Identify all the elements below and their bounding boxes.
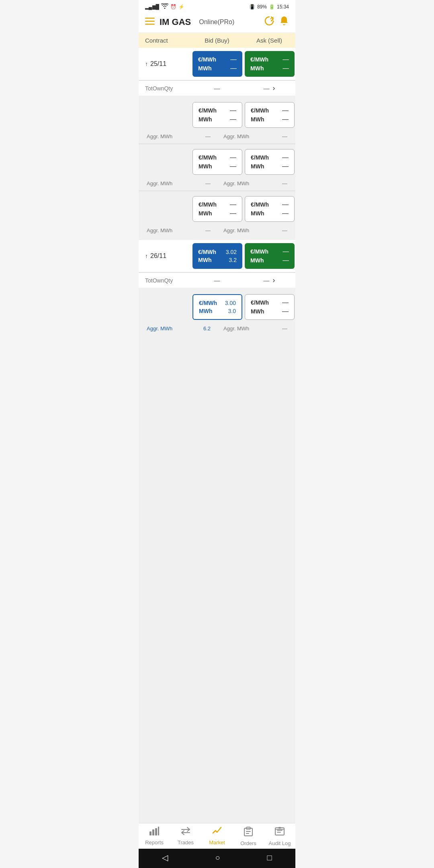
notification-bell-icon[interactable] xyxy=(279,16,289,29)
bid-qty-row-26-11: MWh 3.2 xyxy=(198,257,237,263)
status-right: 📳 89% 🔋 15:34 xyxy=(249,4,289,10)
svg-rect-14 xyxy=(278,827,281,829)
back-button[interactable]: ◁ xyxy=(162,853,168,862)
battery-level: 89% xyxy=(257,4,267,10)
sub-ask-cell-3-25-11[interactable]: €/MWh — MWh — xyxy=(245,196,295,222)
refresh-icon[interactable] xyxy=(264,16,274,29)
nav-market-label: Market xyxy=(209,839,225,845)
trades-icon xyxy=(181,827,190,838)
sub-ask-qty-row-1: MWh — xyxy=(251,116,289,123)
bottom-nav: Reports Trades Market Orders xyxy=(139,823,295,849)
totownqty-nav-arrow-25-11[interactable]: › xyxy=(273,84,275,92)
bid-qty-value-25-11: — xyxy=(230,65,237,72)
sub-row-1-25-11: €/MWh — MWh — €/MWh — MWh — xyxy=(139,99,295,131)
contract-col-header: Contract xyxy=(139,37,191,44)
system-nav-bar: ◁ ○ □ xyxy=(139,849,295,868)
aggr-row-1-26-11: Aggr. MWh 6.2 Aggr. MWh — xyxy=(139,323,295,334)
connection-status: Online(PRo) xyxy=(199,18,259,26)
aggr-val-ask-1: — xyxy=(282,133,287,139)
nav-trades-label: Trades xyxy=(178,839,194,845)
totownqty-bid-25-11: — xyxy=(191,85,243,92)
sub-ask-cell-1-26-11[interactable]: €/MWh — MWh — xyxy=(245,294,295,320)
sub-bid-cell-2-25-11[interactable]: €/MWh — MWh — xyxy=(192,149,242,175)
ask-qty-row-26-11: MWh — xyxy=(250,257,289,264)
aggr-label-bid-1: Aggr. MWh xyxy=(147,133,172,139)
aggr-row-1-25-11: Aggr. MWh — Aggr. MWh — xyxy=(139,131,295,142)
bid-price-label-26-11: €/MWh xyxy=(198,249,216,255)
totownqty-row-25-11: TotOwnQty — — › xyxy=(139,80,295,96)
totownqty-label: TotOwnQty xyxy=(139,85,191,92)
sub-bid-cell-1-25-11[interactable]: €/MWh — MWh — xyxy=(192,102,242,128)
bid-cell-25-11[interactable]: €/MWh — MWh — xyxy=(192,51,242,77)
contract-label-26-11: ↑ 26/11 xyxy=(139,242,191,270)
nav-orders[interactable]: Orders xyxy=(233,827,264,846)
aggr-ask-1: Aggr. MWh — xyxy=(218,133,293,140)
bid-price-label-25-11: €/MWh xyxy=(198,56,216,63)
bid-qty-value-26-11: 3.2 xyxy=(229,257,237,263)
ask-cell-25-11[interactable]: €/MWh — MWh — xyxy=(245,51,295,77)
totownqty-ask-25-11[interactable]: — › xyxy=(243,84,295,92)
totownqty-nav-arrow-26-11[interactable]: › xyxy=(273,276,275,285)
nav-auditlog[interactable]: Audit Log xyxy=(264,827,295,846)
header: IM GAS Online(PRo) xyxy=(139,12,295,33)
aggr-row-3-25-11: Aggr. MWh — Aggr. MWh — xyxy=(139,225,295,236)
contract-section-25-11: ↑ 25/11 €/MWh — MWh — €/MWh — M xyxy=(139,48,295,96)
nav-auditlog-label: Audit Log xyxy=(269,840,291,846)
ask-cell-26-11[interactable]: €/MWh — MWh — xyxy=(245,243,295,269)
sub-row-2-25-11: €/MWh — MWh — €/MWh — MWh — xyxy=(139,146,295,178)
sub-bid-cell-3-25-11[interactable]: €/MWh — MWh — xyxy=(192,196,242,222)
totownqty-label-26-11: TotOwnQty xyxy=(139,277,191,284)
aggr-label-bid-26-11: Aggr. MWh xyxy=(147,326,172,332)
status-left: ▂▄▆█ ⏰ ⚡ xyxy=(145,3,184,10)
sub-section-26-11-1: €/MWh 3.00 MWh 3.0 €/MWh — MWh — xyxy=(139,289,295,336)
home-button[interactable]: ○ xyxy=(215,853,220,862)
sub-bid-cell-1-26-11[interactable]: €/MWh 3.00 MWh 3.0 xyxy=(192,294,242,320)
ask-price-label-26-11: €/MWh xyxy=(250,248,268,255)
totownqty-row-26-11: TotOwnQty — — › xyxy=(139,272,295,288)
svg-rect-6 xyxy=(158,827,159,835)
svg-rect-0 xyxy=(145,18,155,19)
sub-ask-cell-2-25-11[interactable]: €/MWh — MWh — xyxy=(245,149,295,175)
reports-icon xyxy=(149,827,159,838)
svg-rect-13 xyxy=(277,832,281,833)
auditlog-icon xyxy=(275,827,285,839)
nav-trades[interactable]: Trades xyxy=(170,827,201,846)
contract-arrow-26-11: ↑ xyxy=(145,253,148,259)
ask-qty-label-25-11: MWh xyxy=(250,65,264,72)
aggr-label-ask-26-11: Aggr. MWh xyxy=(223,326,249,332)
aggr-ask-1-26-11: Aggr. MWh — xyxy=(218,325,293,332)
bid-cell-26-11[interactable]: €/MWh 3.02 MWh 3.2 xyxy=(192,243,242,269)
totownqty-ask-val-25-11: — xyxy=(264,85,270,92)
bid-col-header: Bid (Buy) xyxy=(191,37,243,44)
bid-qty-label-26-11: MWh xyxy=(198,257,211,263)
ask-price-value-26-11: — xyxy=(283,248,289,255)
svg-rect-12 xyxy=(277,830,283,831)
nav-orders-label: Orders xyxy=(240,840,256,846)
main-content: ↑ 25/11 €/MWh — MWh — €/MWh — M xyxy=(139,48,295,823)
status-bar: ▂▄▆█ ⏰ ⚡ 📳 89% 🔋 15:34 xyxy=(139,0,295,12)
svg-rect-1 xyxy=(145,21,155,22)
ask-price-value-25-11: — xyxy=(283,56,289,63)
usb-icon: ⚡ xyxy=(178,4,184,10)
wifi-icon xyxy=(161,3,168,10)
bid-qty-label-25-11: MWh xyxy=(198,65,211,72)
sub-ask-cell-1-25-11[interactable]: €/MWh — MWh — xyxy=(245,102,295,128)
nav-reports[interactable]: Reports xyxy=(139,827,170,846)
sub-section-3: €/MWh — MWh — €/MWh — MWh — xyxy=(139,190,295,237)
recents-button[interactable]: □ xyxy=(267,853,272,862)
contract-row-26-11: ↑ 26/11 €/MWh 3.02 MWh 3.2 €/MWh — xyxy=(139,240,295,272)
nav-market[interactable]: Market xyxy=(201,827,233,846)
ask-price-row-25-11: €/MWh — xyxy=(250,56,289,63)
aggr-val-bid-26-11: 6.2 xyxy=(203,326,211,332)
bid-qty-row-25-11: MWh — xyxy=(198,65,237,72)
totownqty-ask-val-26-11: — xyxy=(264,277,270,284)
header-icons xyxy=(264,16,289,29)
orders-icon xyxy=(244,827,253,839)
svg-rect-5 xyxy=(155,828,157,835)
totownqty-ask-26-11[interactable]: — › xyxy=(243,276,295,285)
menu-icon[interactable] xyxy=(145,17,155,27)
vibrate-icon: 📳 xyxy=(249,4,255,10)
ask-qty-label-26-11: MWh xyxy=(250,257,264,264)
contract-label-25-11: ↑ 25/11 xyxy=(139,50,191,78)
contract-section-26-11: ↑ 26/11 €/MWh 3.02 MWh 3.2 €/MWh — xyxy=(139,240,295,288)
